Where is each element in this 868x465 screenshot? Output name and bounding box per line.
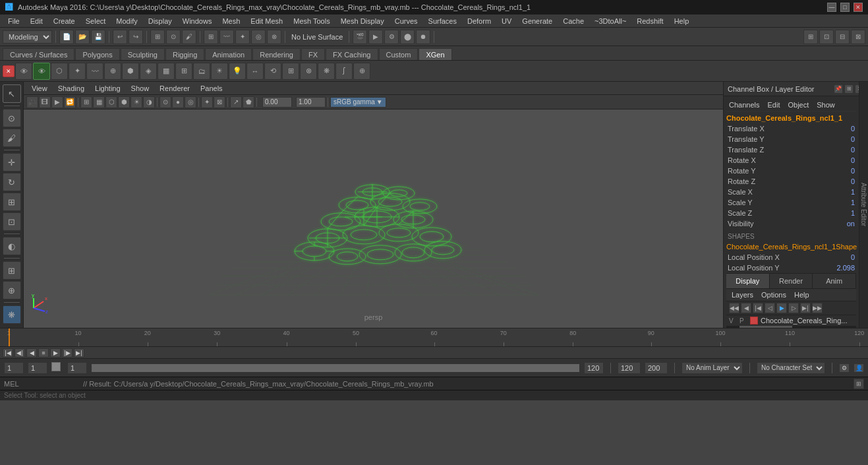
icon-move[interactable]: ⊕ xyxy=(353,63,370,80)
bb-icon-btn1[interactable]: ⚙ xyxy=(839,363,850,373)
tab-anim[interactable]: Anim xyxy=(813,274,856,288)
ipr-btn[interactable]: ▶ xyxy=(368,30,383,44)
rec-btn[interactable]: ⏺ xyxy=(416,30,430,44)
close-button[interactable]: ✕ xyxy=(854,3,863,12)
new-scene-btn[interactable]: 📄 xyxy=(59,30,74,44)
cb-val-vis[interactable]: on xyxy=(828,220,855,228)
menu-mesh-display[interactable]: Mesh Display xyxy=(335,16,390,26)
vp-film-icon[interactable]: 🎞 xyxy=(39,96,51,108)
tab-rendering[interactable]: Rendering xyxy=(252,48,301,60)
viewport-3d[interactable]: persp x y z xyxy=(24,109,723,328)
bb-anim-layer-dropdown[interactable]: No Anim Layer xyxy=(681,362,743,374)
vp-play-icon[interactable]: ▶ xyxy=(51,96,63,108)
vp-menu-show[interactable]: Show xyxy=(126,83,155,94)
tl-goto-end-btn[interactable]: ▶| xyxy=(74,348,84,357)
minimize-button[interactable]: — xyxy=(827,3,836,12)
vp-xray-icon[interactable]: ✦ xyxy=(201,96,213,108)
tl-play-back-btn[interactable]: ◀ xyxy=(26,348,37,357)
render-view-btn[interactable]: 🎬 xyxy=(353,30,367,44)
tab-animation[interactable]: Animation xyxy=(205,48,252,60)
select-tool-btn[interactable]: ↖ xyxy=(3,84,21,103)
icon-cam2[interactable]: 👁 xyxy=(33,63,50,80)
scale-btn[interactable]: ⊞ xyxy=(3,193,21,211)
vp-iso-icon[interactable]: ⬟ xyxy=(243,96,254,108)
cb-val-ry[interactable]: 0 xyxy=(828,167,855,175)
icon-joint[interactable]: ✦ xyxy=(69,63,86,80)
menu-mesh-tools[interactable]: Mesh Tools xyxy=(288,16,335,26)
bb-icon-btn2[interactable]: 👤 xyxy=(854,363,864,373)
toggle-x-btn[interactable]: ✕ xyxy=(3,65,14,77)
menu-curves[interactable]: Curves xyxy=(390,16,423,26)
cb-val-tz[interactable]: 0 xyxy=(828,146,855,154)
cb-pin-btn[interactable]: 📌 xyxy=(834,84,843,94)
redo-btn[interactable]: ↪ xyxy=(129,30,143,44)
cb-maximize-btn[interactable]: ⊞ xyxy=(844,84,854,94)
icon-subdiv[interactable]: ⊞ xyxy=(175,63,192,80)
vp-hdisplay-icon[interactable]: ⊙ xyxy=(159,96,171,108)
lasso-btn[interactable]: ⊙ xyxy=(166,30,181,44)
bb-frame-current1[interactable] xyxy=(4,362,24,374)
cb-show-menu[interactable]: Show xyxy=(814,100,838,109)
snap-live-btn[interactable]: ⊗ xyxy=(267,30,281,44)
tab-rigging[interactable]: Rigging xyxy=(165,48,204,60)
tl-goto-start-btn[interactable]: |◀ xyxy=(3,348,13,357)
cb-val-lpx[interactable]: 0 xyxy=(828,253,855,261)
vp-color-space-btn[interactable]: sRGB gamma ▼ xyxy=(330,97,386,108)
tab-render[interactable]: Render xyxy=(770,274,813,288)
menu-surfaces[interactable]: Surfaces xyxy=(423,16,462,26)
icon-deform[interactable]: ⬢ xyxy=(122,63,139,80)
cb-val-ty[interactable]: 0 xyxy=(828,135,855,143)
cb-val-sy[interactable]: 1 xyxy=(828,199,855,206)
tab-xgen[interactable]: XGen xyxy=(419,48,451,60)
icon-curve2[interactable]: ʃ xyxy=(335,63,353,80)
tab-display[interactable]: Display xyxy=(726,274,770,288)
icon-camera[interactable]: 👁 xyxy=(15,63,32,80)
icon-curve[interactable]: 〰 xyxy=(86,63,103,80)
tab-sculpting[interactable]: Sculpting xyxy=(121,48,165,60)
layers-menu-help[interactable]: Help xyxy=(792,290,812,299)
snap-curve-btn[interactable]: 〰 xyxy=(219,30,234,44)
tl-stop-btn[interactable]: ■ xyxy=(38,348,49,357)
menu-mesh[interactable]: Mesh xyxy=(217,16,245,26)
icon-poly[interactable]: ▦ xyxy=(158,63,175,80)
vp-loop-icon[interactable]: 🔁 xyxy=(64,96,76,108)
tab-fx[interactable]: FX xyxy=(301,48,325,60)
layers-next-next-btn[interactable]: ▶▶ xyxy=(812,303,823,313)
icon-handle[interactable]: ⊕ xyxy=(104,63,121,80)
paint-select-btn[interactable]: 🖌 xyxy=(3,129,21,147)
tl-step-back-btn[interactable]: ◀| xyxy=(14,348,25,357)
icon-mesh[interactable]: ⬡ xyxy=(51,63,68,80)
tl-step-fwd-btn[interactable]: |▶ xyxy=(62,348,72,357)
icon-manip3[interactable]: ⊞ xyxy=(282,63,299,80)
bb-speed-end[interactable] xyxy=(645,362,668,374)
bb-range-start[interactable] xyxy=(67,362,87,374)
attr-editor-strip[interactable]: Attribute Editor xyxy=(859,82,868,328)
tab-fx-caching[interactable]: FX Caching xyxy=(326,48,378,60)
menu-create[interactable]: Create xyxy=(48,16,80,26)
cb-val-rx[interactable]: 0 xyxy=(828,156,855,164)
right-icon3[interactable]: ⊟ xyxy=(835,30,850,44)
icon-xgen[interactable]: ❋ xyxy=(318,63,335,80)
right-icon1[interactable]: ⊞ xyxy=(803,30,818,44)
snap-view-btn[interactable]: ◎ xyxy=(251,30,266,44)
layer-color-swatch[interactable] xyxy=(750,317,758,325)
menu-file[interactable]: File xyxy=(3,16,25,26)
vp-dof-icon[interactable]: ◎ xyxy=(185,96,196,108)
layers-play-btn[interactable]: ▶ xyxy=(776,303,787,313)
menu-edit[interactable]: Edit xyxy=(25,16,48,26)
move-btn[interactable]: ✛ xyxy=(3,153,21,171)
xgen-btn[interactable]: ❋ xyxy=(3,305,21,324)
lasso-select-btn[interactable]: ⊙ xyxy=(3,109,21,127)
status-script-icon[interactable]: ⊞ xyxy=(854,379,864,389)
tab-curves-surfaces[interactable]: Curves / Surfaces xyxy=(3,48,74,60)
menu-edit-mesh[interactable]: Edit Mesh xyxy=(245,16,288,26)
menu-3dtool[interactable]: ~3DtoAll~ xyxy=(589,16,631,26)
cb-val-lpy[interactable]: 2.098 xyxy=(828,264,855,272)
menu-deform[interactable]: Deform xyxy=(462,16,496,26)
layers-prev-prev-btn[interactable]: ◀◀ xyxy=(729,303,739,313)
icon-nurbscv[interactable]: ◈ xyxy=(140,63,157,80)
vp-menu-lighting[interactable]: Lighting xyxy=(90,83,126,94)
vp-menu-view[interactable]: View xyxy=(26,83,53,94)
vp-grid-icon[interactable]: ⊞ xyxy=(80,96,92,108)
vp-smooth-icon[interactable]: ⬡ xyxy=(105,96,117,108)
